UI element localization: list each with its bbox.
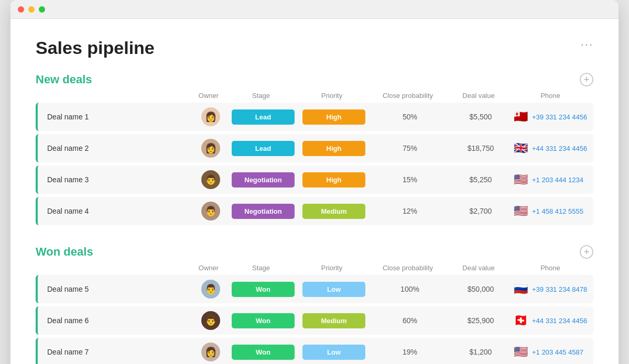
table-row[interactable]: Deal name 3👨NegotiationHigh15%$5,250🇺🇸+1… — [36, 166, 593, 194]
deal-owner: 👨 — [195, 170, 226, 189]
priority-badge: Medium — [302, 313, 365, 328]
deal-value: $5,250 — [452, 175, 509, 184]
close-probability: 12% — [368, 207, 452, 215]
country-flag: 🇬🇧 — [514, 141, 528, 155]
phone-number[interactable]: +1 458 412 5555 — [532, 207, 583, 215]
avatar: 👩 — [201, 139, 220, 158]
th-deal-value: Deal value — [450, 92, 507, 100]
deal-stage: Won — [226, 282, 300, 297]
phone-number[interactable]: +39 331 234 8478 — [532, 285, 587, 293]
deal-stage: Negotiation — [226, 172, 300, 187]
deal-stage: Won — [226, 313, 300, 328]
phone-number[interactable]: +1 203 444 1234 — [532, 176, 583, 184]
deal-value: $1,200 — [452, 348, 509, 356]
section-won-deals: Won deals+OwnerStagePriorityClose probab… — [36, 245, 593, 364]
deal-stage: Lead — [226, 141, 300, 156]
priority-badge: High — [302, 141, 365, 156]
deal-stage: Lead — [226, 109, 300, 125]
section-new-deals: New deals+OwnerStagePriorityClose probab… — [36, 73, 593, 228]
deal-phone: 🇺🇸+1 203 444 1234 — [509, 173, 593, 186]
page-header: Sales pipeline ··· — [36, 38, 593, 58]
deal-value: $25,900 — [452, 316, 509, 325]
table-row[interactable]: Deal name 6👨WonMedium60%$25,900🇨🇭+44 331… — [36, 306, 593, 335]
deal-value: $50,000 — [452, 285, 509, 293]
priority-badge: Low — [302, 345, 365, 360]
deals-list: Deal name 5👨WonLow100%$50,000🇷🇺+39 331 2… — [36, 275, 593, 364]
titlebar — [10, 0, 619, 19]
maximize-dot[interactable] — [39, 6, 45, 13]
deal-owner: 👨 — [195, 280, 226, 299]
close-probability: 75% — [368, 144, 452, 152]
deal-value: $5,500 — [452, 113, 509, 121]
deal-phone: 🇹🇴+39 331 234 4456 — [509, 110, 593, 124]
avatar: 👨 — [201, 202, 220, 220]
phone-number[interactable]: +39 331 234 4456 — [532, 113, 587, 121]
minimize-dot[interactable] — [28, 6, 35, 13]
page-title: Sales pipeline — [36, 38, 155, 58]
th-phone: Phone — [507, 92, 593, 100]
country-flag: 🇨🇭 — [514, 314, 528, 327]
close-probability: 19% — [368, 348, 452, 356]
avatar: 👨 — [201, 280, 220, 299]
table-row[interactable]: Deal name 5👨WonLow100%$50,000🇷🇺+39 331 2… — [36, 275, 593, 303]
phone-number[interactable]: +44 331 234 4456 — [532, 145, 587, 152]
deal-name: Deal name 2 — [38, 144, 195, 152]
th-name — [36, 92, 193, 100]
th-priority: Priority — [298, 264, 366, 272]
close-dot[interactable] — [18, 6, 24, 13]
deal-priority: Medium — [300, 313, 368, 328]
table-row[interactable]: Deal name 2👩LeadHigh75%$18,750🇬🇧+44 331 … — [36, 134, 593, 162]
deal-priority: Medium — [300, 204, 368, 219]
add-deal-button[interactable]: + — [580, 245, 593, 259]
deal-stage: Negotiation — [226, 204, 300, 219]
deal-owner: 👩 — [195, 343, 226, 361]
deal-owner: 👨 — [195, 202, 226, 220]
stage-badge: Lead — [232, 141, 295, 156]
avatar: 👨 — [201, 311, 220, 330]
stage-badge: Lead — [232, 109, 295, 125]
country-flag: 🇺🇸 — [514, 173, 528, 186]
deal-phone: 🇷🇺+39 331 234 8478 — [509, 282, 593, 296]
close-probability: 60% — [368, 316, 452, 325]
add-deal-button[interactable]: + — [580, 73, 593, 86]
stage-badge: Negotiation — [232, 172, 295, 187]
section-title: New deals — [36, 73, 92, 86]
deal-stage: Won — [226, 345, 300, 360]
deal-name: Deal name 6 — [38, 316, 195, 325]
table-row[interactable]: Deal name 7👩WonLow19%$1,200🇺🇸+1 203 445 … — [36, 338, 593, 364]
phone-number[interactable]: +44 331 234 4456 — [532, 317, 587, 325]
country-flag: 🇺🇸 — [514, 345, 528, 359]
deal-owner: 👩 — [195, 139, 226, 158]
avatar: 👩 — [201, 107, 220, 126]
avatar: 👩 — [201, 343, 220, 361]
close-probability: 100% — [368, 285, 452, 293]
deal-name: Deal name 1 — [38, 113, 195, 121]
th-name — [36, 264, 193, 272]
table-row[interactable]: Deal name 4👨NegotiationMedium12%$2,700🇺🇸… — [36, 197, 593, 225]
table-row[interactable]: Deal name 1👩LeadHigh50%$5,500🇹🇴+39 331 2… — [36, 103, 593, 131]
deal-name: Deal name 3 — [38, 175, 195, 184]
deal-owner: 👩 — [195, 107, 226, 126]
deal-name: Deal name 7 — [38, 348, 195, 356]
more-button[interactable]: ··· — [581, 38, 593, 51]
close-probability: 50% — [368, 113, 452, 121]
deal-value: $2,700 — [452, 207, 509, 215]
stage-badge: Won — [232, 313, 295, 328]
deal-phone: 🇺🇸+1 203 445 4587 — [509, 345, 593, 359]
priority-badge: Low — [302, 282, 365, 297]
main-content: Sales pipeline ··· New deals+OwnerStageP… — [10, 19, 619, 364]
th-owner: Owner — [193, 264, 224, 272]
table-header: OwnerStagePriorityClose probabilityDeal … — [36, 92, 593, 103]
priority-badge: High — [302, 172, 365, 187]
th-priority: Priority — [298, 92, 366, 100]
close-probability: 15% — [368, 175, 452, 184]
deal-name: Deal name 5 — [38, 285, 195, 293]
country-flag: 🇺🇸 — [514, 204, 528, 218]
deals-list: Deal name 1👩LeadHigh50%$5,500🇹🇴+39 331 2… — [36, 103, 593, 228]
phone-number[interactable]: +1 203 445 4587 — [532, 348, 583, 356]
priority-badge: High — [302, 109, 365, 125]
stage-badge: Won — [232, 282, 295, 297]
deal-priority: High — [300, 172, 368, 187]
deal-phone: 🇨🇭+44 331 234 4456 — [509, 314, 593, 327]
country-flag: 🇹🇴 — [514, 110, 528, 124]
